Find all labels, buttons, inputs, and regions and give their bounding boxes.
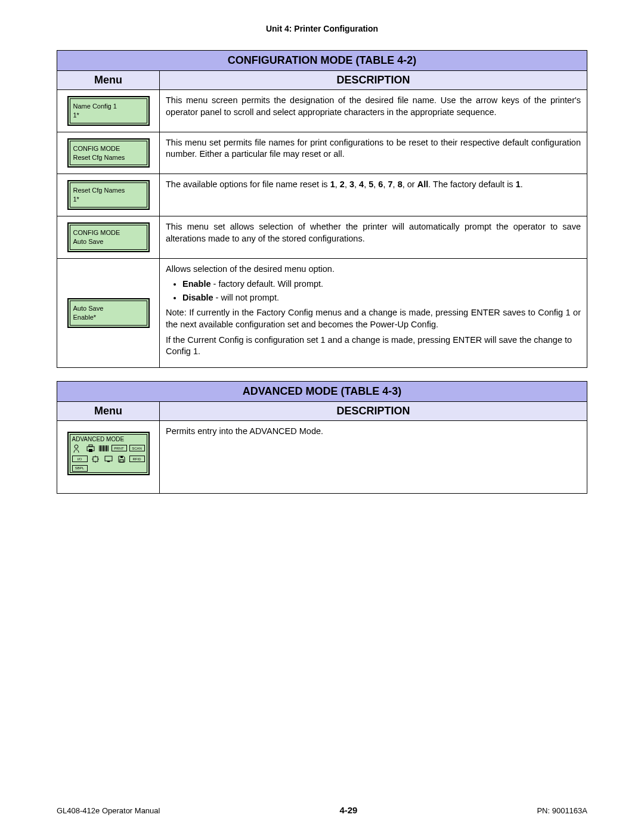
table-row: Reset Cfg Names 1* The available options…	[57, 174, 587, 216]
lcd-line: Reset Cfg Names	[73, 186, 144, 195]
svg-point-0	[75, 445, 78, 448]
desc-text: If the Current Config is configuration s…	[166, 335, 581, 358]
printer-icon	[85, 444, 96, 453]
col-menu-header: Menu	[57, 401, 160, 420]
svg-rect-8	[105, 445, 106, 451]
table-row: CONFIG MODE Auto Save This menu set allo…	[57, 216, 587, 259]
desc-text: This menu screen permits the designation…	[166, 95, 581, 118]
svg-rect-10	[108, 445, 109, 451]
lcd-name-config: Name Config 1 1*	[67, 96, 150, 126]
lcd-auto-save-opt: Auto Save Enable*	[67, 298, 150, 328]
list-item: Enable - factory default. Will prompt.	[182, 278, 581, 290]
prnt-label-icon: PRNT	[112, 445, 127, 451]
desc-text: Permits entry into the ADVANCED Mode.	[166, 426, 581, 438]
lcd-line: Auto Save	[73, 237, 144, 246]
lcd-line: 1*	[73, 195, 144, 204]
barcode-icon	[98, 444, 109, 453]
svg-rect-7	[103, 445, 104, 451]
svg-rect-19	[120, 456, 123, 458]
lcd-line: ADVANCED MODE	[72, 436, 145, 442]
svg-rect-11	[93, 457, 98, 462]
io-label-icon: I/O	[72, 456, 88, 462]
lcd-reset-cfg-opts: Reset Cfg Names 1*	[67, 180, 150, 210]
lcd-line: CONFIG MODE	[73, 144, 144, 153]
svg-rect-2	[89, 445, 92, 447]
lcd-advanced-mode: ADVANCED MODE PRNT SCAN I/O	[67, 432, 150, 475]
rfid-label-icon: RFID	[129, 456, 145, 462]
table-row: ADVANCED MODE PRNT SCAN I/O	[57, 420, 587, 493]
list-item: Disable - will not prompt.	[182, 292, 581, 304]
svg-rect-4	[99, 445, 100, 451]
svg-rect-3	[89, 449, 92, 452]
svg-rect-18	[120, 460, 123, 462]
unit-header: Unit 4: Printer Configuration	[57, 24, 587, 33]
display-icon	[103, 454, 114, 464]
config-mode-table: CONFIGURATION MODE (TABLE 4-2) Menu DESC…	[57, 50, 587, 368]
lcd-line: Auto Save	[73, 304, 144, 313]
footer-right: PN: 9001163A	[537, 806, 587, 815]
lcd-auto-save-menu: CONFIG MODE Auto Save	[67, 222, 150, 252]
svg-rect-9	[106, 445, 107, 451]
tool-icon	[90, 454, 101, 464]
table-row: CONFIG MODE Reset Cfg Names This menu se…	[57, 132, 587, 174]
table-row: Auto Save Enable* Allows selection of th…	[57, 258, 587, 367]
footer-left: GL408-412e Operator Manual	[57, 806, 160, 815]
sbpl-label-icon: SBPL	[72, 465, 88, 472]
lcd-line: 1*	[73, 111, 144, 120]
svg-rect-6	[102, 445, 103, 451]
svg-rect-16	[105, 456, 112, 461]
col-desc-header: DESCRIPTION	[160, 401, 587, 420]
option-list: Enable - factory default. Will prompt. D…	[166, 278, 581, 304]
svg-rect-5	[100, 445, 101, 451]
floppy-icon	[116, 454, 127, 464]
lcd-line: Name Config 1	[73, 102, 144, 111]
config-table-title: CONFIGURATION MODE (TABLE 4-2)	[57, 51, 587, 71]
person-icon	[72, 444, 83, 453]
desc-text: This menu set allows selection of whethe…	[166, 221, 581, 244]
col-desc-header: DESCRIPTION	[160, 71, 587, 90]
scan-label-icon: SCAN	[129, 445, 145, 451]
advanced-table-title: ADVANCED MODE (TABLE 4-3)	[57, 381, 587, 401]
desc-text: The available options for file name rese…	[166, 179, 581, 191]
lcd-line: CONFIG MODE	[73, 228, 144, 237]
page-number: 4-29	[339, 805, 357, 815]
advanced-mode-table: ADVANCED MODE (TABLE 4-3) Menu DESCRIPTI…	[57, 381, 587, 494]
table-row: Name Config 1 1* This menu screen permit…	[57, 90, 587, 132]
desc-text: Allows selection of the desired menu opt…	[166, 264, 581, 275]
lcd-reset-cfg-menu: CONFIG MODE Reset Cfg Names	[67, 138, 150, 168]
desc-text: This menu set permits file names for pri…	[166, 137, 581, 160]
lcd-line: Reset Cfg Names	[73, 153, 144, 162]
col-menu-header: Menu	[57, 71, 160, 90]
page-footer: GL408-412e Operator Manual 4-29 PN: 9001…	[57, 805, 587, 815]
desc-text: Note: If currently in the Factory Config…	[166, 307, 581, 330]
svg-rect-17	[107, 461, 110, 462]
lcd-line: Enable*	[73, 313, 144, 322]
